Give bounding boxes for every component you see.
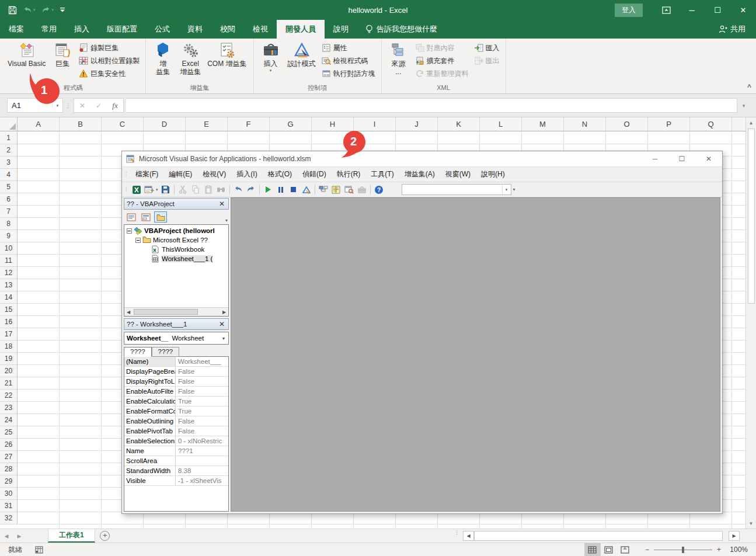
expand-formula-bar-icon[interactable]: ▾: [737, 103, 750, 109]
collapse-ribbon-icon[interactable]: ^: [747, 83, 751, 91]
undo-icon[interactable]: [232, 184, 244, 196]
project-tree-item-1[interactable]: Microsoft Excel ??: [124, 235, 228, 245]
column-header-M[interactable]: M: [522, 117, 564, 131]
collapse-node-icon[interactable]: [135, 238, 141, 243]
vba-maximize-button[interactable]: ☐: [668, 151, 695, 166]
ribbon-tab-7[interactable]: 檢視: [244, 20, 277, 39]
tree-scroll-thumb[interactable]: [134, 309, 198, 315]
ribbon-tab-5[interactable]: 資料: [179, 20, 211, 39]
ribbon-tab-2[interactable]: 插入: [65, 20, 98, 39]
row-header-31[interactable]: 31: [0, 500, 18, 512]
row-header-6[interactable]: 6: [0, 193, 18, 206]
excel-add-ins-button[interactable]: Excel增益集: [177, 40, 204, 77]
row-header-4[interactable]: 4: [0, 169, 18, 181]
vba-close-button[interactable]: ✕: [695, 151, 722, 166]
row-header-23[interactable]: 23: [0, 402, 18, 414]
vba-menu-item-10[interactable]: 說明(H): [476, 167, 510, 182]
run-dialog-button[interactable]: 執行對話方塊: [319, 67, 378, 80]
close-button[interactable]: ✕: [730, 0, 756, 20]
row-header-12[interactable]: 12: [0, 267, 18, 279]
relative-record-button[interactable]: 以相對位置錄製: [76, 54, 142, 67]
view-object-icon[interactable]: [140, 211, 152, 223]
tell-me-box[interactable]: 告訴我您想做什麼: [357, 20, 445, 39]
row-header-11[interactable]: 11: [0, 255, 18, 267]
row-header-15[interactable]: 15: [0, 304, 18, 316]
record-macro-button[interactable]: 錄製巨集: [76, 41, 142, 54]
hscroll-right-icon[interactable]: ▶: [729, 531, 740, 541]
property-row-ScrollArea[interactable]: ScrollArea: [124, 456, 228, 466]
reset-icon[interactable]: [288, 184, 299, 196]
vba-minimize-button[interactable]: ─: [642, 151, 668, 166]
enter-formula-icon[interactable]: ✓: [90, 102, 107, 110]
toolbar-grip[interactable]: ⋮: [123, 188, 129, 191]
project-toolbar-overflow-icon[interactable]: ▾: [225, 218, 228, 223]
expansion-packs-button[interactable]: 擴充套件: [413, 54, 471, 67]
column-header-L[interactable]: L: [480, 117, 522, 131]
vba-menu-item-8[interactable]: 增益集(A): [399, 167, 440, 182]
vba-menu-item-2[interactable]: 檢視(V): [197, 167, 231, 182]
vba-menu-item-4[interactable]: 格式(O): [263, 167, 297, 182]
zoom-in-icon[interactable]: +: [717, 545, 721, 554]
import-button[interactable]: 匯入: [472, 41, 502, 54]
property-row-Name[interactable]: Name???1: [124, 446, 228, 456]
cancel-formula-icon[interactable]: ✕: [74, 102, 90, 110]
column-header-D[interactable]: D: [144, 117, 186, 131]
row-header-14[interactable]: 14: [0, 291, 18, 304]
property-row-(Name)[interactable]: (Name)Worksheet___: [124, 357, 228, 367]
row-header-25[interactable]: 25: [0, 426, 18, 439]
column-header-I[interactable]: I: [354, 117, 396, 131]
column-header-H[interactable]: H: [312, 117, 354, 131]
ribbon-tab-file[interactable]: 檔案: [0, 20, 33, 39]
ribbon-tab-9[interactable]: 說明: [325, 20, 357, 39]
property-row-Visible[interactable]: Visible-1 - xlSheetVis: [124, 476, 228, 486]
row-header-32[interactable]: 32: [0, 512, 18, 524]
vertical-scroll-thumb[interactable]: [748, 128, 755, 304]
row-header-19[interactable]: 19: [0, 353, 18, 365]
scroll-up-icon[interactable]: ▲: [746, 117, 756, 128]
project-explorer-close-icon[interactable]: ✕: [218, 200, 226, 208]
toggle-folders-icon[interactable]: [154, 211, 167, 223]
properties-close-icon[interactable]: ✕: [218, 320, 226, 328]
customize-qat-icon[interactable]: [60, 7, 65, 13]
project-tree-item-2[interactable]: ThisWorkbook: [124, 245, 228, 254]
page-break-view-button[interactable]: [617, 543, 633, 556]
sheet-nav-left-icon[interactable]: ◀: [0, 529, 13, 543]
sheet-nav-right-icon[interactable]: ▶: [13, 529, 26, 543]
property-row-EnableAutoFilte[interactable]: EnableAutoFilteFalse: [124, 387, 228, 397]
view-excel-icon[interactable]: [131, 184, 142, 196]
xml-source-button[interactable]: 來源...: [385, 40, 412, 77]
row-header-2[interactable]: 2: [0, 144, 18, 157]
break-icon[interactable]: [275, 184, 287, 196]
select-all-corner[interactable]: [0, 117, 18, 131]
view-code-button[interactable]: 檢視程式碼: [319, 54, 378, 67]
column-header-A[interactable]: A: [18, 117, 60, 131]
column-header-C[interactable]: C: [102, 117, 144, 131]
tab-bar-splitter[interactable]: ⋮: [454, 531, 459, 534]
row-header-21[interactable]: 21: [0, 377, 18, 390]
object-combo-dropdown-icon[interactable]: ▾: [219, 332, 228, 344]
column-header-Q[interactable]: Q: [690, 117, 732, 131]
zoom-slider-thumb[interactable]: [682, 547, 684, 553]
redo-icon[interactable]: [245, 184, 257, 196]
vba-menu-item-9[interactable]: 視窗(W): [440, 167, 476, 182]
vba-toolbar-combo[interactable]: ▾: [402, 184, 511, 195]
redo-icon[interactable]: ▾: [41, 6, 54, 14]
property-row-StandardWidth[interactable]: StandardWidth8.38: [124, 466, 228, 476]
macros-button[interactable]: 巨集: [49, 40, 76, 69]
vba-menu-item-7[interactable]: 工具(T): [365, 167, 399, 182]
com-add-ins-button[interactable]: COM 增益集: [204, 40, 249, 69]
hscroll-left-icon[interactable]: ◀: [463, 531, 474, 541]
vba-menu-item-0[interactable]: 檔案(F): [130, 167, 163, 182]
row-header-20[interactable]: 20: [0, 365, 18, 377]
properties-tab-1[interactable]: ????: [152, 347, 180, 357]
ribbon-display-options-icon[interactable]: [653, 0, 679, 20]
horizontal-scroll-thumb[interactable]: [474, 531, 723, 541]
row-header-29[interactable]: 29: [0, 475, 18, 488]
row-header-1[interactable]: 1: [0, 132, 18, 144]
combo-dropdown-icon[interactable]: ▾: [502, 185, 511, 194]
property-row-DisplayPageBrea[interactable]: DisplayPageBreaFalse: [124, 367, 228, 377]
ribbon-tab-4[interactable]: 公式: [146, 20, 179, 39]
macro-security-button[interactable]: 巨集安全性: [76, 67, 142, 80]
row-header-7[interactable]: 7: [0, 206, 18, 218]
sheet-tab-active[interactable]: 工作表1: [48, 529, 95, 543]
